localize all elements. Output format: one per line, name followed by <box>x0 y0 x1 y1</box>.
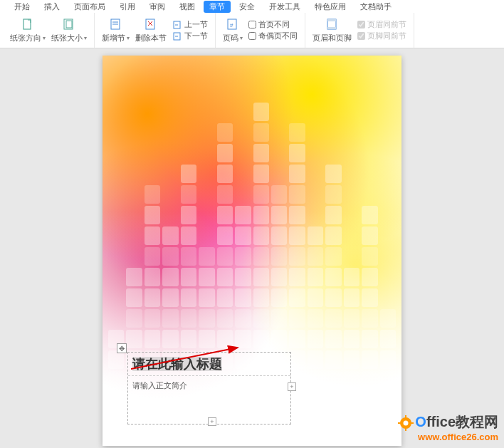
svg-rect-19 <box>405 415 406 418</box>
watermark-url: www.office26.com <box>398 432 498 442</box>
gear-icon <box>398 415 414 431</box>
tab-references[interactable]: 引用 <box>114 1 141 13</box>
delsection-icon <box>144 17 158 31</box>
svg-text:#: # <box>230 22 233 28</box>
tab-pagelayout[interactable]: 页面布局 <box>68 1 111 13</box>
ribbon-toolbar: 纸张方向▾ 纸张大小▾ 新增节▾ 删除本节 上一节 <box>0 13 504 48</box>
document-canvas: ✥ 请在此输入标题 请输入正文简介 + + Office教程网 www.offi… <box>0 48 504 448</box>
firstdiff-checkbox[interactable]: 首页不同 <box>248 19 298 30</box>
oddeven-checkbox[interactable]: 奇偶页不同 <box>248 31 298 41</box>
dropdown-icon: ▾ <box>84 35 87 41</box>
tab-security[interactable]: 安全 <box>233 1 261 13</box>
dropdown-icon: ▾ <box>43 35 46 41</box>
dropdown-icon: ▾ <box>240 35 243 41</box>
svg-rect-0 <box>23 19 31 29</box>
headerfooter-button[interactable]: 页眉和页脚 <box>310 16 355 45</box>
pagenum-button[interactable]: # 页码▾ <box>220 16 246 45</box>
body-placeholder[interactable]: 请输入正文简介 <box>132 381 187 390</box>
insert-handle-right[interactable]: + <box>288 382 296 391</box>
samefooter-checkbox: 页脚同前节 <box>357 31 406 41</box>
nextsection-label: 下一节 <box>184 31 208 41</box>
delsection-button[interactable]: 删除本节 <box>132 16 169 45</box>
tab-insert[interactable]: 插入 <box>38 1 65 13</box>
svg-rect-20 <box>405 428 406 431</box>
body-cell[interactable]: 请输入正文简介 <box>128 376 290 424</box>
insert-handle-bottom[interactable]: + <box>208 417 216 426</box>
dropdown-icon: ▾ <box>127 35 130 41</box>
headerfooter-icon <box>325 17 340 31</box>
prev-icon <box>172 20 182 30</box>
table-move-handle[interactable]: ✥ <box>117 343 127 353</box>
newsection-icon <box>109 17 123 31</box>
delsection-label: 删除本节 <box>135 33 167 43</box>
svg-rect-15 <box>327 27 336 29</box>
title-cell[interactable]: 请在此输入标题 <box>128 353 290 376</box>
orientation-icon <box>21 17 35 31</box>
pagenum-label: 页码 <box>223 33 238 43</box>
svg-point-18 <box>404 420 409 425</box>
tab-dochelper[interactable]: 文档助手 <box>355 1 397 13</box>
papersize-label: 纸张大小 <box>51 33 83 43</box>
svg-rect-2 <box>66 21 72 28</box>
next-icon <box>172 31 182 41</box>
prevsection-button[interactable]: 上一节 <box>172 19 208 30</box>
svg-rect-21 <box>398 422 401 424</box>
watermark-text: ffice教程网 <box>426 414 498 429</box>
prevsection-label: 上一节 <box>184 19 208 30</box>
headerfooter-label: 页眉和页脚 <box>313 33 352 43</box>
papersize-icon <box>62 17 76 31</box>
tab-start[interactable]: 开始 <box>9 1 36 13</box>
document-page[interactable]: ✥ 请在此输入标题 请输入正文简介 + + <box>103 56 401 446</box>
tab-special[interactable]: 特色应用 <box>309 1 352 13</box>
svg-rect-6 <box>146 19 154 29</box>
newsection-button[interactable]: 新增节▾ <box>99 16 132 45</box>
tab-review[interactable]: 审阅 <box>144 1 171 13</box>
svg-rect-22 <box>411 422 414 424</box>
newsection-label: 新增节 <box>102 33 125 43</box>
papersize-button[interactable]: 纸张大小▾ <box>48 16 90 45</box>
cover-content-table[interactable]: 请在此输入标题 请输入正文简介 <box>127 352 291 424</box>
orientation-label: 纸张方向 <box>10 33 41 43</box>
sameheader-checkbox: 页眉同前节 <box>357 19 406 30</box>
title-placeholder[interactable]: 请在此输入标题 <box>132 357 222 371</box>
pagenum-icon: # <box>226 17 240 31</box>
orientation-button[interactable]: 纸张方向▾ <box>7 16 48 45</box>
tab-devtools[interactable]: 开发工具 <box>263 1 306 13</box>
ribbon-tabs: 开始 插入 页面布局 引用 审阅 视图 章节 安全 开发工具 特色应用 文档助手 <box>0 0 504 13</box>
nextsection-button[interactable]: 下一节 <box>172 31 208 41</box>
watermark: Office教程网 www.office26.com <box>398 412 498 442</box>
watermark-o: O <box>415 414 426 429</box>
tab-section[interactable]: 章节 <box>204 1 231 13</box>
tab-view[interactable]: 视图 <box>174 1 201 13</box>
svg-rect-14 <box>327 19 336 21</box>
